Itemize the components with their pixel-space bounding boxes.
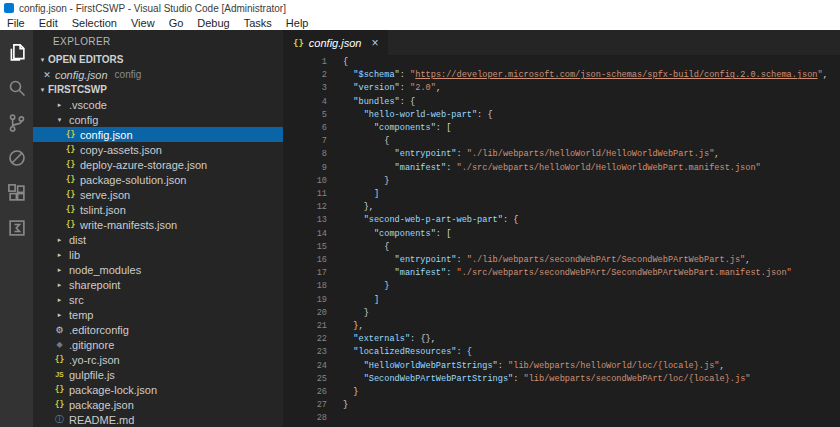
code-line-5[interactable]: 5 "hello-world-web-part": { <box>283 109 840 122</box>
line-number: 6 <box>283 122 327 135</box>
line-number: 27 <box>283 399 327 412</box>
code-line-13[interactable]: 13 "second-web-p-art-web-part": { <box>283 214 840 227</box>
code-line-12[interactable]: 12 }, <box>283 201 840 214</box>
code-line-16[interactable]: 16 "entrypoint": "./lib/webparts/secondW… <box>283 254 840 267</box>
line-content: "components": [ <box>327 228 451 241</box>
code-line-4[interactable]: 4 "bundles": { <box>283 96 840 109</box>
vscode-logo-icon <box>4 3 14 13</box>
gear-icon: ⚙ <box>53 325 66 335</box>
menu-view[interactable]: View <box>124 17 162 29</box>
line-number: 16 <box>283 254 327 267</box>
code-line-3[interactable]: 3 "version": "2.0", <box>283 82 840 95</box>
json-icon: {} <box>64 145 77 154</box>
file-package.json[interactable]: {}package.json <box>33 397 283 412</box>
debug-icon[interactable] <box>0 140 33 175</box>
file-.gitignore[interactable]: ◆.gitignore <box>33 337 283 352</box>
file-deploy-azure-storage.json[interactable]: {}deploy-azure-storage.json <box>33 157 283 172</box>
extensions-icon[interactable] <box>0 175 33 210</box>
open-editors-list: ✕config.jsonconfig <box>33 67 283 82</box>
folder-sharepoint[interactable]: ▸sharepoint <box>33 277 283 292</box>
code-line-24[interactable]: 24 "HelloWorldWebPartStrings": "lib/webp… <box>283 360 840 373</box>
open-editors-header[interactable]: ▾ OPEN EDITORS <box>33 52 283 67</box>
chevron-right-icon: ▸ <box>53 266 66 274</box>
tree-item-label: package.json <box>69 399 134 411</box>
tree-item-label: tslint.json <box>80 204 126 216</box>
code-line-28[interactable]: 28 <box>283 412 840 425</box>
menu-file[interactable]: File <box>0 17 32 29</box>
file-gulpfile.js[interactable]: JSgulpfile.js <box>33 367 283 382</box>
code-line-19[interactable]: 19 ] <box>283 294 840 307</box>
code-line-11[interactable]: 11 ] <box>283 188 840 201</box>
folder-dist[interactable]: ▸dist <box>33 232 283 247</box>
menu-debug[interactable]: Debug <box>190 17 236 29</box>
code-line-18[interactable]: 18 } <box>283 280 840 293</box>
json-icon: {} <box>293 38 304 48</box>
tab-label: config.json <box>309 37 362 49</box>
source-control-icon[interactable] <box>0 105 33 140</box>
file-.yo-rc.json[interactable]: {}.yo-rc.json <box>33 352 283 367</box>
code-line-6[interactable]: 6 "components": [ <box>283 122 840 135</box>
chevron-right-icon: ▸ <box>53 101 66 109</box>
tree-item-label: copy-assets.json <box>80 144 162 156</box>
project-header[interactable]: ▾ FIRSTCSWP <box>33 82 283 97</box>
code-editor[interactable]: 1{2 "$schema": "https://developer.micros… <box>283 55 840 427</box>
close-icon[interactable]: ✕ <box>41 70 53 80</box>
line-number: 13 <box>283 214 327 227</box>
file-config.json[interactable]: {}config.json <box>33 127 283 142</box>
menu-edit[interactable]: Edit <box>32 17 65 29</box>
open-editor-config.json[interactable]: ✕config.jsonconfig <box>33 67 283 82</box>
file-tslint.json[interactable]: {}tslint.json <box>33 202 283 217</box>
file-package-lock.json[interactable]: {}package-lock.json <box>33 382 283 397</box>
folder-src[interactable]: ▸src <box>33 292 283 307</box>
code-line-9[interactable]: 9 "manifest": "./src/webparts/helloWorld… <box>283 162 840 175</box>
code-line-1[interactable]: 1{ <box>283 56 840 69</box>
code-line-22[interactable]: 22 "externals": {}, <box>283 333 840 346</box>
file-.editorconfig[interactable]: ⚙.editorconfig <box>33 322 283 337</box>
file-README.md[interactable]: ⓘREADME.md <box>33 412 283 427</box>
menu-go[interactable]: Go <box>162 17 191 29</box>
menu-help[interactable]: Help <box>279 17 316 29</box>
code-line-26[interactable]: 26 } <box>283 386 840 399</box>
close-icon[interactable]: × <box>371 37 378 49</box>
menu-bar: FileEditSelectionViewGoDebugTasksHelp <box>0 16 840 30</box>
line-number: 4 <box>283 96 327 109</box>
line-content: "second-web-p-art-web-part": { <box>327 214 518 227</box>
folder-.vscode[interactable]: ▸.vscode <box>33 97 283 112</box>
tree-item-label: node_modules <box>69 264 141 276</box>
json-icon: {} <box>64 205 77 214</box>
code-line-8[interactable]: 8 "entrypoint": "./lib/webparts/helloWor… <box>283 148 840 161</box>
line-number: 3 <box>283 82 327 95</box>
folder-node_modules[interactable]: ▸node_modules <box>33 262 283 277</box>
file-serve.json[interactable]: {}serve.json <box>33 187 283 202</box>
menu-selection[interactable]: Selection <box>65 17 124 29</box>
code-line-15[interactable]: 15 { <box>283 241 840 254</box>
code-line-25[interactable]: 25 "SecondWebPArtWebPartStrings": "lib/w… <box>283 373 840 386</box>
file-package-solution.json[interactable]: {}package-solution.json <box>33 172 283 187</box>
code-line-7[interactable]: 7 { <box>283 135 840 148</box>
line-number: 2 <box>283 69 327 82</box>
code-line-14[interactable]: 14 "components": [ <box>283 228 840 241</box>
menu-tasks[interactable]: Tasks <box>237 17 279 29</box>
tree-item-label: deploy-azure-storage.json <box>80 159 207 171</box>
code-line-2[interactable]: 2 "$schema": "https://developer.microsof… <box>283 69 840 82</box>
code-line-17[interactable]: 17 "manifest": "./src/webparts/secondWeb… <box>283 267 840 280</box>
json-icon: {} <box>53 355 66 364</box>
code-line-23[interactable]: 23 "localizedResources": { <box>283 346 840 359</box>
file-copy-assets.json[interactable]: {}copy-assets.json <box>33 142 283 157</box>
search-icon[interactable] <box>0 70 33 105</box>
tree-item-label: package-lock.json <box>69 384 157 396</box>
folder-temp[interactable]: ▸temp <box>33 307 283 322</box>
folder-config[interactable]: ▾config <box>33 112 283 127</box>
tab-config-json[interactable]: {} config.json × <box>283 30 388 55</box>
folder-lib[interactable]: ▸lib <box>33 247 283 262</box>
explorer-icon[interactable] <box>0 35 33 70</box>
line-content: "externals": {}, <box>327 333 436 346</box>
tree-item-label: dist <box>69 234 86 246</box>
file-write-manifests.json[interactable]: {}write-manifests.json <box>33 217 283 232</box>
extension-icon[interactable] <box>0 210 33 245</box>
code-line-21[interactable]: 21 }, <box>283 320 840 333</box>
code-line-27[interactable]: 27} <box>283 399 840 412</box>
code-line-10[interactable]: 10 } <box>283 175 840 188</box>
line-content: "entrypoint": "./lib/webparts/helloWorld… <box>327 148 720 161</box>
code-line-20[interactable]: 20 } <box>283 307 840 320</box>
